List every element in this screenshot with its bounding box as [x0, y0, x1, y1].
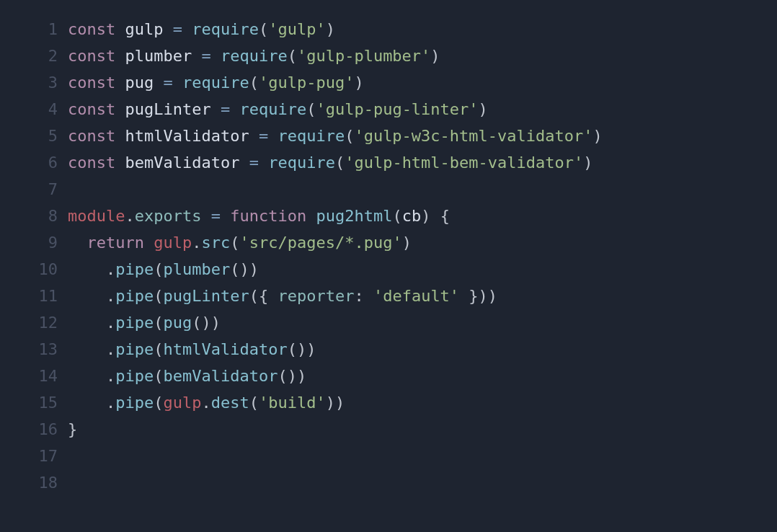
- code-content[interactable]: module.exports = function pug2html(cb) {: [68, 203, 777, 229]
- token-str: 'gulp-pug-linter': [316, 100, 478, 118]
- line-number: 12: [0, 309, 68, 336]
- code-line[interactable]: 12 .pipe(pug()): [0, 309, 777, 336]
- token-var: htmlValidator: [125, 127, 249, 145]
- token-kw: const: [68, 127, 115, 145]
- token-pun: (: [154, 394, 163, 412]
- token-prop: exports: [135, 207, 202, 225]
- code-content[interactable]: }: [68, 416, 777, 443]
- token-str: 'build': [259, 394, 326, 412]
- code-editor[interactable]: 1const gulp = require('gulp')2const plum…: [0, 0, 777, 496]
- code-line[interactable]: 14 .pipe(bemValidator()): [0, 363, 777, 389]
- line-number: 10: [0, 256, 68, 283]
- code-content[interactable]: [68, 469, 777, 496]
- token-fn: pug: [163, 314, 192, 332]
- token-fn: bemValidator: [163, 367, 278, 385]
- line-number: 1: [0, 16, 68, 43]
- code-content[interactable]: const pugLinter = require('gulp-pug-lint…: [68, 96, 777, 123]
- code-line[interactable]: 1const gulp = require('gulp'): [0, 16, 777, 43]
- code-line[interactable]: 13 .pipe(htmlValidator()): [0, 336, 777, 363]
- token-kw: const: [68, 20, 115, 38]
- token-op: =: [221, 100, 230, 118]
- code-line[interactable]: 5const htmlValidator = require('gulp-w3c…: [0, 123, 777, 149]
- token-fn: pug2html: [316, 207, 392, 225]
- code-content[interactable]: .pipe(plumber()): [68, 256, 777, 283]
- token-fn: pipe: [115, 394, 154, 412]
- token-pun: .: [192, 234, 201, 252]
- token-str: 'gulp-w3c-html-validator': [354, 127, 592, 145]
- token-pun: (: [249, 394, 259, 412]
- token-pun: ): [593, 127, 603, 145]
- code-line[interactable]: 2const plumber = require('gulp-plumber'): [0, 43, 777, 69]
- token-str: 'default': [373, 287, 459, 305]
- line-number: 3: [0, 69, 68, 96]
- token-pun: )): [326, 394, 345, 412]
- token-pun: .: [68, 394, 115, 412]
- code-content[interactable]: .pipe(pugLinter({ reporter: 'default' })…: [68, 283, 777, 309]
- token-pun: [239, 154, 249, 172]
- code-line[interactable]: 15 .pipe(gulp.dest('build')): [0, 389, 777, 416]
- token-kw: return: [87, 234, 144, 252]
- code-line[interactable]: 4const pugLinter = require('gulp-pug-lin…: [0, 96, 777, 123]
- token-var: cb: [402, 207, 422, 225]
- token-pun: [268, 127, 278, 145]
- code-content[interactable]: [68, 176, 777, 203]
- token-pun: .: [68, 367, 115, 385]
- token-obj: gulp: [154, 234, 192, 252]
- token-pun: ()): [278, 367, 306, 385]
- code-line[interactable]: 10 .pipe(plumber()): [0, 256, 777, 283]
- code-line[interactable]: 16}: [0, 416, 777, 443]
- code-line[interactable]: 6const bemValidator = require('gulp-html…: [0, 149, 777, 176]
- code-line[interactable]: 8module.exports = function pug2html(cb) …: [0, 203, 777, 229]
- token-pun: (: [154, 260, 163, 278]
- line-number: 9: [0, 229, 68, 256]
- code-line[interactable]: 3const pug = require('gulp-pug'): [0, 69, 777, 96]
- code-content[interactable]: const bemValidator = require('gulp-html-…: [68, 149, 777, 176]
- code-content[interactable]: const plumber = require('gulp-plumber'): [68, 43, 777, 69]
- token-fn: require: [268, 154, 335, 172]
- token-pun: (: [306, 100, 316, 118]
- token-kw: const: [68, 74, 115, 92]
- token-pun: (: [249, 74, 259, 92]
- token-pun: .: [68, 287, 115, 305]
- token-pun: (: [154, 340, 163, 358]
- token-pun: ): [479, 100, 488, 118]
- code-content[interactable]: .pipe(htmlValidator()): [68, 336, 777, 363]
- code-line[interactable]: 17: [0, 443, 777, 469]
- token-obj: gulp: [163, 394, 201, 412]
- token-str: 'gulp': [268, 20, 325, 38]
- line-number: 18: [0, 469, 68, 496]
- token-pun: ()): [192, 314, 221, 332]
- code-content[interactable]: const pug = require('gulp-pug'): [68, 69, 777, 96]
- token-prop: reporter: [278, 287, 354, 305]
- token-pun: .: [68, 314, 115, 332]
- token-pun: [144, 234, 154, 252]
- code-content[interactable]: const gulp = require('gulp'): [68, 16, 777, 43]
- code-line[interactable]: 9 return gulp.src('src/pages/*.pug'): [0, 229, 777, 256]
- line-number: 5: [0, 123, 68, 149]
- token-fn: dest: [211, 394, 249, 412]
- code-content[interactable]: .pipe(gulp.dest('build')): [68, 389, 777, 416]
- token-pun: [68, 234, 87, 252]
- token-pun: (: [345, 127, 354, 145]
- token-kw: function: [230, 207, 306, 225]
- code-content[interactable]: .pipe(pug()): [68, 309, 777, 336]
- token-fn: src: [201, 234, 230, 252]
- token-fn: pugLinter: [163, 287, 249, 305]
- line-number: 16: [0, 416, 68, 443]
- code-content[interactable]: .pipe(bemValidator()): [68, 363, 777, 389]
- token-str: 'gulp-pug': [259, 74, 354, 92]
- token-var: gulp: [125, 20, 163, 38]
- token-pun: .: [68, 260, 115, 278]
- code-content[interactable]: const htmlValidator = require('gulp-w3c-…: [68, 123, 777, 149]
- code-content[interactable]: return gulp.src('src/pages/*.pug'): [68, 229, 777, 256]
- code-line[interactable]: 11 .pipe(pugLinter({ reporter: 'default'…: [0, 283, 777, 309]
- token-pun: ) {: [421, 207, 450, 225]
- token-fn: pipe: [115, 314, 154, 332]
- code-line[interactable]: 7: [0, 176, 777, 203]
- token-op: =: [201, 47, 210, 65]
- token-pun: ({: [249, 287, 278, 305]
- code-line[interactable]: 18: [0, 469, 777, 496]
- token-pun: [115, 74, 125, 92]
- code-content[interactable]: [68, 443, 777, 469]
- line-number: 15: [0, 389, 68, 416]
